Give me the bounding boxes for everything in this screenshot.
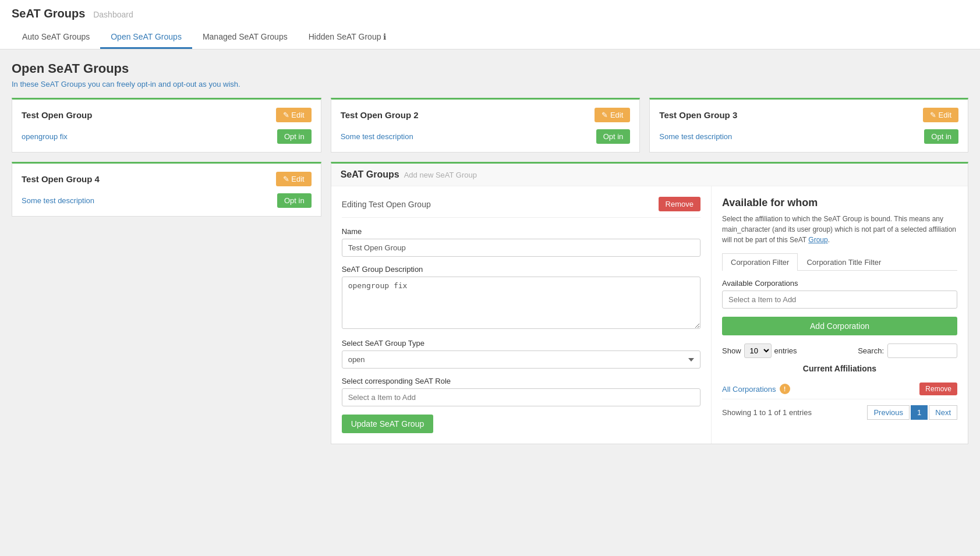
card-3-optin-button[interactable]: Opt in [924,129,958,144]
search-label: Search: [858,346,884,355]
role-input[interactable] [342,388,700,406]
app-title: SeAT Groups [12,7,85,20]
affiliation-name-text: All Corporations [722,385,776,394]
entries-search-row: Show 10 25 50 entries Search: [722,343,957,358]
entries-label: entries [774,346,797,355]
card-group-3: Test Open Group 3 ✎ Edit Some test descr… [649,98,968,153]
tab-bar: Auto SeAT Groups Open SeAT Groups Manage… [12,26,968,49]
search-input[interactable] [887,343,957,358]
card-4-optin-button[interactable]: Opt in [277,193,312,208]
prev-button[interactable]: Previous [867,405,910,420]
show-label: Show [722,346,741,355]
tab-hidden[interactable]: Hidden SeAT Group ℹ [298,26,397,49]
pagination-info: Showing 1 to 1 of 1 entries [722,408,812,417]
card-2-title: Test Open Group 2 [341,110,419,120]
card-2-optin-button[interactable]: Opt in [596,129,631,144]
card-2-edit-button[interactable]: ✎ Edit [595,108,630,122]
editing-label: Editing Test Open Group [342,200,431,209]
modal-add-new-label: Add new SeAT Group [404,171,477,179]
available-corps-input[interactable] [722,291,957,309]
card-3-desc: Some test description [659,132,732,141]
desc-textarea[interactable]: opengroup fix [342,277,700,329]
type-select[interactable]: open managed auto hidden [342,350,700,369]
card-1-title: Test Open Group [22,110,92,120]
pagination-buttons: Previous 1 Next [867,405,957,420]
card-4-edit-button[interactable]: ✎ Edit [276,172,312,186]
update-button[interactable]: Update SeAT Group [342,415,434,433]
affiliation-remove-button[interactable]: Remove [919,383,957,395]
available-desc: Select the affiliation to which the SeAT… [722,214,957,245]
app-subtitle: Dashboard [93,10,133,19]
name-field-group: Name [342,227,700,257]
card-group-4: Test Open Group 4 ✎ Edit Some test descr… [12,162,321,217]
name-input[interactable] [342,239,700,257]
desc-label: SeAT Group Description [342,265,700,274]
next-button[interactable]: Next [929,405,957,420]
edit-modal: SeAT Groups Add new SeAT Group Editing T… [331,162,968,444]
role-label: Select corresponding SeAT Role [342,377,700,385]
card-1-optin-button[interactable]: Opt in [277,129,312,144]
desc-field-group: SeAT Group Description opengroup fix [342,265,700,331]
card-2-desc: Some test description [341,132,413,141]
warning-icon: ! [780,384,790,394]
role-field-group: Select corresponding SeAT Role [342,377,700,406]
tab-auto[interactable]: Auto SeAT Groups [12,26,100,49]
type-field-group: Select SeAT Group Type open managed auto… [342,339,700,369]
card-1-edit-button[interactable]: ✎ Edit [276,108,312,122]
tab-open[interactable]: Open SeAT Groups [100,26,192,49]
card-group-1: Test Open Group ✎ Edit opengroup fix Opt… [12,98,321,153]
card-1-desc: opengroup fix [22,132,68,141]
card-3-title: Test Open Group 3 [659,110,737,120]
card-group-2: Test Open Group 2 ✎ Edit Some test descr… [331,98,641,153]
current-affiliations-title: Current Affiliations [722,364,957,373]
available-title: Available for whom [722,197,957,209]
card-3-edit-button[interactable]: ✎ Edit [923,108,958,122]
corp-filter-tab[interactable]: Corporation Filter [722,253,798,271]
available-corps-label: Available Corporations [722,279,957,288]
type-label: Select SeAT Group Type [342,339,700,348]
pagination-row: Showing 1 to 1 of 1 entries Previous 1 N… [722,405,957,420]
filter-tab-bar: Corporation Filter Corporation Title Fil… [722,253,957,271]
remove-button[interactable]: Remove [659,197,700,211]
affiliation-row: All Corporations ! Remove [722,379,957,399]
entries-select[interactable]: 10 25 50 [744,343,772,358]
corp-title-filter-tab[interactable]: Corporation Title Filter [798,253,890,271]
card-4-title: Test Open Group 4 [22,174,100,184]
name-label: Name [342,227,700,236]
page-heading: Open SeAT Groups [12,61,968,76]
modal-seat-groups-label: SeAT Groups [341,169,399,180]
available-corps-group: Available Corporations [722,279,957,309]
top-cards-row: Test Open Group ✎ Edit opengroup fix Opt… [12,98,968,153]
tab-managed[interactable]: Managed SeAT Groups [192,26,298,49]
page-1-button[interactable]: 1 [911,405,928,420]
page-subtext: In these SeAT Groups you can freely opt-… [12,80,968,88]
add-corporation-button[interactable]: Add Corporation [722,317,957,335]
card-4-desc: Some test description [22,196,94,205]
